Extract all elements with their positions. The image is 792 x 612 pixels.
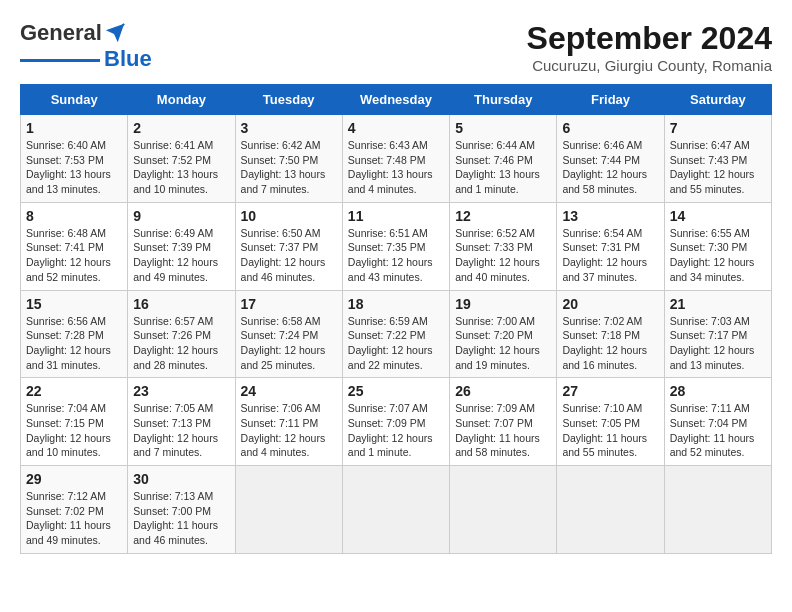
weekday-header: Monday (128, 85, 235, 115)
cell-content: Sunrise: 6:57 AM Sunset: 7:26 PM Dayligh… (133, 315, 218, 371)
calendar-cell: 22Sunrise: 7:04 AM Sunset: 7:15 PM Dayli… (21, 378, 128, 466)
cell-content: Sunrise: 6:56 AM Sunset: 7:28 PM Dayligh… (26, 315, 111, 371)
calendar-week-row: 8Sunrise: 6:48 AM Sunset: 7:41 PM Daylig… (21, 202, 772, 290)
calendar-header-row: SundayMondayTuesdayWednesdayThursdayFrid… (21, 85, 772, 115)
calendar-cell: 29Sunrise: 7:12 AM Sunset: 7:02 PM Dayli… (21, 466, 128, 554)
cell-content: Sunrise: 6:47 AM Sunset: 7:43 PM Dayligh… (670, 139, 755, 195)
calendar-cell: 19Sunrise: 7:00 AM Sunset: 7:20 PM Dayli… (450, 290, 557, 378)
day-number: 15 (26, 296, 122, 312)
logo-general-text: General (20, 20, 102, 46)
calendar-cell: 13Sunrise: 6:54 AM Sunset: 7:31 PM Dayli… (557, 202, 664, 290)
cell-content: Sunrise: 7:00 AM Sunset: 7:20 PM Dayligh… (455, 315, 540, 371)
day-number: 1 (26, 120, 122, 136)
calendar-cell: 18Sunrise: 6:59 AM Sunset: 7:22 PM Dayli… (342, 290, 449, 378)
calendar-cell: 25Sunrise: 7:07 AM Sunset: 7:09 PM Dayli… (342, 378, 449, 466)
day-number: 23 (133, 383, 229, 399)
cell-content: Sunrise: 6:52 AM Sunset: 7:33 PM Dayligh… (455, 227, 540, 283)
cell-content: Sunrise: 6:48 AM Sunset: 7:41 PM Dayligh… (26, 227, 111, 283)
calendar-cell: 24Sunrise: 7:06 AM Sunset: 7:11 PM Dayli… (235, 378, 342, 466)
calendar-cell: 20Sunrise: 7:02 AM Sunset: 7:18 PM Dayli… (557, 290, 664, 378)
day-number: 2 (133, 120, 229, 136)
calendar-cell: 15Sunrise: 6:56 AM Sunset: 7:28 PM Dayli… (21, 290, 128, 378)
day-number: 22 (26, 383, 122, 399)
cell-content: Sunrise: 7:10 AM Sunset: 7:05 PM Dayligh… (562, 402, 647, 458)
cell-content: Sunrise: 6:54 AM Sunset: 7:31 PM Dayligh… (562, 227, 647, 283)
logo-blue-text: Blue (104, 46, 152, 72)
weekday-header: Friday (557, 85, 664, 115)
day-number: 20 (562, 296, 658, 312)
day-number: 3 (241, 120, 337, 136)
day-number: 28 (670, 383, 766, 399)
weekday-header: Thursday (450, 85, 557, 115)
calendar-cell: 3Sunrise: 6:42 AM Sunset: 7:50 PM Daylig… (235, 115, 342, 203)
cell-content: Sunrise: 7:12 AM Sunset: 7:02 PM Dayligh… (26, 490, 111, 546)
calendar-week-row: 22Sunrise: 7:04 AM Sunset: 7:15 PM Dayli… (21, 378, 772, 466)
calendar-cell: 27Sunrise: 7:10 AM Sunset: 7:05 PM Dayli… (557, 378, 664, 466)
day-number: 30 (133, 471, 229, 487)
calendar-cell: 12Sunrise: 6:52 AM Sunset: 7:33 PM Dayli… (450, 202, 557, 290)
cell-content: Sunrise: 6:44 AM Sunset: 7:46 PM Dayligh… (455, 139, 540, 195)
weekday-header: Wednesday (342, 85, 449, 115)
page-subtitle: Cucuruzu, Giurgiu County, Romania (527, 57, 772, 74)
cell-content: Sunrise: 6:55 AM Sunset: 7:30 PM Dayligh… (670, 227, 755, 283)
day-number: 27 (562, 383, 658, 399)
calendar-cell: 10Sunrise: 6:50 AM Sunset: 7:37 PM Dayli… (235, 202, 342, 290)
calendar-cell (450, 466, 557, 554)
cell-content: Sunrise: 6:41 AM Sunset: 7:52 PM Dayligh… (133, 139, 218, 195)
weekday-header: Tuesday (235, 85, 342, 115)
calendar-cell: 4Sunrise: 6:43 AM Sunset: 7:48 PM Daylig… (342, 115, 449, 203)
weekday-header: Sunday (21, 85, 128, 115)
page-title: September 2024 (527, 20, 772, 57)
day-number: 9 (133, 208, 229, 224)
day-number: 4 (348, 120, 444, 136)
day-number: 19 (455, 296, 551, 312)
day-number: 26 (455, 383, 551, 399)
day-number: 8 (26, 208, 122, 224)
day-number: 14 (670, 208, 766, 224)
logo-bird-icon (104, 22, 126, 44)
day-number: 5 (455, 120, 551, 136)
cell-content: Sunrise: 6:46 AM Sunset: 7:44 PM Dayligh… (562, 139, 647, 195)
weekday-header: Saturday (664, 85, 771, 115)
day-number: 13 (562, 208, 658, 224)
cell-content: Sunrise: 7:13 AM Sunset: 7:00 PM Dayligh… (133, 490, 218, 546)
page-header: General Blue September 2024 Cucuruzu, Gi… (20, 20, 772, 74)
cell-content: Sunrise: 7:07 AM Sunset: 7:09 PM Dayligh… (348, 402, 433, 458)
title-block: September 2024 Cucuruzu, Giurgiu County,… (527, 20, 772, 74)
calendar-cell: 6Sunrise: 6:46 AM Sunset: 7:44 PM Daylig… (557, 115, 664, 203)
cell-content: Sunrise: 6:58 AM Sunset: 7:24 PM Dayligh… (241, 315, 326, 371)
calendar-cell: 17Sunrise: 6:58 AM Sunset: 7:24 PM Dayli… (235, 290, 342, 378)
calendar-week-row: 1Sunrise: 6:40 AM Sunset: 7:53 PM Daylig… (21, 115, 772, 203)
calendar-cell: 21Sunrise: 7:03 AM Sunset: 7:17 PM Dayli… (664, 290, 771, 378)
cell-content: Sunrise: 7:03 AM Sunset: 7:17 PM Dayligh… (670, 315, 755, 371)
day-number: 6 (562, 120, 658, 136)
logo: General Blue (20, 20, 152, 72)
cell-content: Sunrise: 7:05 AM Sunset: 7:13 PM Dayligh… (133, 402, 218, 458)
calendar-cell: 14Sunrise: 6:55 AM Sunset: 7:30 PM Dayli… (664, 202, 771, 290)
cell-content: Sunrise: 7:02 AM Sunset: 7:18 PM Dayligh… (562, 315, 647, 371)
day-number: 21 (670, 296, 766, 312)
day-number: 7 (670, 120, 766, 136)
day-number: 17 (241, 296, 337, 312)
calendar-cell: 30Sunrise: 7:13 AM Sunset: 7:00 PM Dayli… (128, 466, 235, 554)
cell-content: Sunrise: 6:49 AM Sunset: 7:39 PM Dayligh… (133, 227, 218, 283)
cell-content: Sunrise: 6:40 AM Sunset: 7:53 PM Dayligh… (26, 139, 111, 195)
calendar-week-row: 29Sunrise: 7:12 AM Sunset: 7:02 PM Dayli… (21, 466, 772, 554)
day-number: 18 (348, 296, 444, 312)
day-number: 29 (26, 471, 122, 487)
cell-content: Sunrise: 6:50 AM Sunset: 7:37 PM Dayligh… (241, 227, 326, 283)
calendar-cell: 5Sunrise: 6:44 AM Sunset: 7:46 PM Daylig… (450, 115, 557, 203)
calendar-cell: 28Sunrise: 7:11 AM Sunset: 7:04 PM Dayli… (664, 378, 771, 466)
day-number: 25 (348, 383, 444, 399)
cell-content: Sunrise: 7:04 AM Sunset: 7:15 PM Dayligh… (26, 402, 111, 458)
calendar-cell: 16Sunrise: 6:57 AM Sunset: 7:26 PM Dayli… (128, 290, 235, 378)
calendar-table: SundayMondayTuesdayWednesdayThursdayFrid… (20, 84, 772, 554)
calendar-cell (342, 466, 449, 554)
cell-content: Sunrise: 6:42 AM Sunset: 7:50 PM Dayligh… (241, 139, 326, 195)
day-number: 12 (455, 208, 551, 224)
calendar-cell (235, 466, 342, 554)
calendar-cell: 11Sunrise: 6:51 AM Sunset: 7:35 PM Dayli… (342, 202, 449, 290)
cell-content: Sunrise: 7:11 AM Sunset: 7:04 PM Dayligh… (670, 402, 755, 458)
day-number: 10 (241, 208, 337, 224)
calendar-cell: 8Sunrise: 6:48 AM Sunset: 7:41 PM Daylig… (21, 202, 128, 290)
